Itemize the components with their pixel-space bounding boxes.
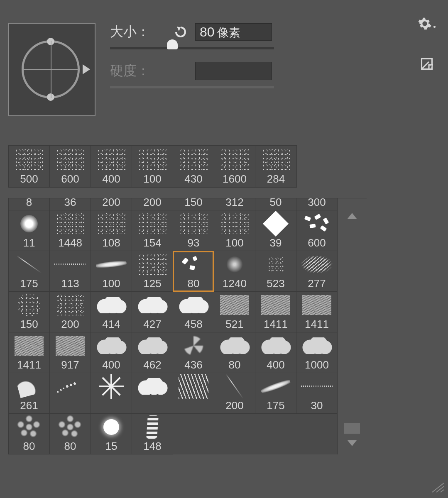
recent-brush[interactable]: 600 (50, 146, 91, 187)
brush-preset[interactable]: · (132, 373, 173, 414)
size-label: 大小： (110, 23, 164, 41)
recent-brush[interactable]: 430 (173, 146, 214, 187)
brush-preset[interactable]: 15 (91, 414, 132, 454)
brush-preset[interactable]: 200 (214, 373, 255, 414)
recent-brushes-row: 5006004001004301600284 (8, 145, 297, 188)
brush-preset[interactable]: · (91, 373, 132, 414)
brush-preset[interactable]: 400 (91, 332, 132, 373)
size-slider[interactable] (110, 47, 274, 49)
brush-preset[interactable]: 100 (214, 210, 255, 251)
size-input[interactable]: 80 像素 (195, 23, 272, 41)
brush-preset[interactable]: 80 (8, 414, 49, 454)
brush-preset[interactable]: 1000 (296, 332, 337, 373)
brush-preset[interactable]: 1448 (49, 210, 91, 251)
brush-preset[interactable]: 80 (173, 251, 214, 292)
brush-preset[interactable]: 436 (173, 332, 214, 373)
new-preset-icon[interactable] (421, 58, 433, 72)
brush-preset[interactable]: 148 (132, 414, 173, 454)
svg-line-3 (441, 490, 444, 492)
hardness-label: 硬度： (110, 62, 164, 80)
brush-preset[interactable]: 427 (132, 292, 173, 332)
brush-preset[interactable]: 200 (91, 198, 132, 210)
brush-preset[interactable]: 80 (214, 332, 255, 373)
scroll-up-icon[interactable] (348, 213, 357, 219)
brush-preset[interactable]: 100 (91, 251, 132, 292)
brush-preset[interactable]: 521 (214, 292, 255, 332)
brush-preset[interactable]: 150 (8, 292, 49, 332)
brush-grid: 8362002001503125030011144810815493100396… (8, 198, 338, 454)
brush-preset[interactable]: 1411 (296, 292, 337, 332)
hardness-input (195, 62, 272, 80)
brush-preset[interactable]: 300 (296, 198, 337, 210)
hardness-slider (110, 86, 274, 88)
brush-preset[interactable]: 113 (49, 251, 91, 292)
brush-preset[interactable]: 200 (49, 292, 91, 332)
brush-preset[interactable]: 277 (296, 251, 337, 292)
scroll-thumb[interactable] (344, 423, 360, 434)
brush-preset[interactable]: 458 (173, 292, 214, 332)
brush-preset[interactable]: 600 (296, 210, 337, 251)
resize-grip-icon[interactable] (428, 481, 445, 495)
brush-preset[interactable]: 108 (91, 210, 132, 251)
brush-preset[interactable]: 917 (49, 332, 91, 373)
brush-preset[interactable]: 414 (91, 292, 132, 332)
recent-brush[interactable]: 1600 (214, 146, 255, 187)
brush-preset[interactable]: 80 (49, 414, 91, 454)
brush-preset[interactable]: 175 (255, 373, 296, 414)
brush-preset[interactable]: 1411 (255, 292, 296, 332)
svg-line-2 (436, 486, 444, 492)
brush-preset[interactable]: 11 (8, 210, 49, 251)
brush-preset[interactable]: 125 (132, 251, 173, 292)
recent-brush[interactable]: 284 (255, 146, 296, 187)
brush-preset[interactable]: 1411 (8, 332, 49, 373)
brush-preset[interactable]: 261 (8, 373, 49, 414)
brush-preset[interactable]: 175 (8, 251, 49, 292)
brush-preset[interactable]: · (173, 373, 214, 414)
brush-preset[interactable]: 312 (214, 198, 255, 210)
brush-preset[interactable]: 30 (296, 373, 337, 414)
gear-icon[interactable] (418, 17, 436, 31)
brush-preset[interactable]: 200 (132, 198, 173, 210)
brush-angle-preview[interactable] (8, 23, 95, 116)
brush-preset[interactable]: 50 (255, 198, 296, 210)
brush-preset[interactable]: 154 (132, 210, 173, 251)
recent-brush[interactable]: 500 (9, 146, 50, 187)
recent-brush[interactable]: 100 (132, 146, 173, 187)
brush-preset[interactable]: 36 (49, 198, 91, 210)
brush-preset[interactable]: 1240 (214, 251, 255, 292)
brush-preset[interactable]: 523 (255, 251, 296, 292)
brush-preset[interactable]: 39 (255, 210, 296, 251)
recent-brush[interactable]: 400 (91, 146, 132, 187)
brush-preset[interactable]: 462 (132, 332, 173, 373)
brush-preset[interactable]: 150 (173, 198, 214, 210)
brush-preset[interactable]: 93 (173, 210, 214, 251)
reset-size-icon[interactable] (172, 26, 187, 38)
brush-preset[interactable]: 400 (255, 332, 296, 373)
brush-preset[interactable]: · (49, 373, 91, 414)
brush-preset[interactable]: 8 (8, 198, 49, 210)
scroll-down-icon[interactable] (348, 440, 357, 446)
brush-grid-scrollbar[interactable] (338, 198, 367, 454)
